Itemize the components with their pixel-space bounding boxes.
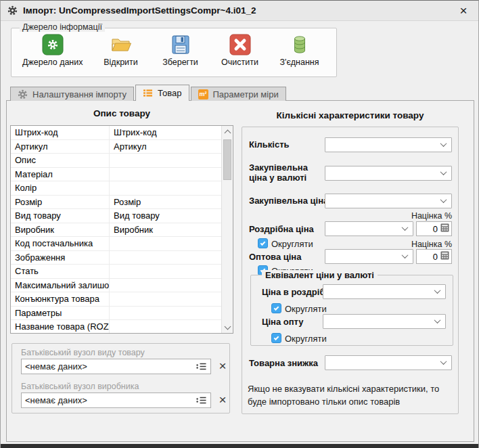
chevron-down-icon [440, 140, 447, 147]
field-name-cell: Название товара (ROZET [11, 320, 110, 333]
scroll-up-icon[interactable] [222, 126, 233, 137]
chevron-down-icon [440, 358, 447, 365]
retail-markup-field[interactable]: 0 [416, 221, 452, 236]
table-row[interactable]: ВиробникВиробник [11, 223, 221, 238]
retail-round-checkbox[interactable] [258, 238, 268, 248]
field-name-cell: Параметры [11, 307, 110, 320]
wholesale-price-combobox[interactable] [325, 249, 413, 264]
equiv-wholesale-label: Ціна опту [262, 317, 304, 327]
chevron-down-icon [434, 287, 441, 294]
field-name-cell: Колір [11, 181, 110, 195]
field-value-cell [110, 265, 221, 278]
tab-import-settings[interactable]: Налаштування імпорту [10, 87, 134, 101]
tab-label: Параметри міри [213, 89, 279, 99]
scrollbar-thumb[interactable] [223, 139, 231, 180]
open-folder-button[interactable]: Відкрити [99, 34, 143, 67]
currency-equivalent-title: Еквівалент ціни у валюті [262, 270, 378, 280]
toolbar-button-label: Очистити [221, 58, 258, 67]
clear-field-icon[interactable]: × [216, 393, 229, 408]
wholesale-markup-value: 0 [433, 252, 438, 262]
import-dialog-window: Імпорт: UnCompressedImportSettingsCompr~… [0, 0, 479, 448]
parent-nodes-groupbox: Батьківський вузол виду товару<немає дан… [12, 343, 230, 413]
parent-node-field[interactable]: <немає даних> [21, 393, 211, 408]
parent-node-label: Батьківський вузол виду товару [21, 348, 145, 357]
wholesale-markup-field[interactable]: 0 [416, 249, 452, 264]
table-row[interactable]: Код постачальника [11, 237, 221, 251]
scroll-down-icon[interactable] [222, 322, 233, 333]
table-row[interactable]: Параметры [11, 307, 221, 321]
table-row[interactable]: Колір [11, 181, 221, 196]
field-name-cell: Конъюнктура товара [11, 292, 110, 306]
data-source-icon [42, 34, 64, 55]
field-value-cell: Штрих-код [110, 126, 221, 139]
list-picker-icon[interactable] [196, 361, 207, 372]
table-row[interactable]: Конъюнктура товара [11, 292, 221, 307]
discount-combobox[interactable] [325, 355, 452, 370]
quantity-combobox[interactable] [325, 137, 452, 152]
product-fields-table[interactable]: Штрих-кодШтрих-кодАртикулАртикулОписМате… [10, 125, 233, 334]
quantity-label: Кількість [249, 139, 290, 150]
calculator-icon[interactable] [440, 251, 449, 262]
tab-label: Товар [158, 88, 181, 98]
equiv-retail-round-checkbox[interactable] [271, 303, 281, 313]
field-value-cell: Вид товару [110, 209, 221, 223]
connection-button[interactable]: З'єднання [278, 34, 321, 67]
table-row[interactable]: Опис [11, 154, 221, 168]
purchase-currency-combobox[interactable] [325, 166, 452, 181]
save-button[interactable]: Зберегти [159, 34, 202, 67]
parent-node-value: <немає даних> [25, 395, 87, 405]
field-value-cell: Артикул [110, 140, 221, 154]
connection-icon [289, 34, 311, 55]
equiv-retail-combobox[interactable] [323, 284, 446, 299]
field-value-cell [110, 307, 221, 320]
table-row[interactable]: Название товара (ROZET [11, 320, 221, 333]
field-name-cell: Штрих-код [11, 126, 110, 139]
equiv-wholesale-combobox[interactable] [323, 314, 446, 329]
retail-markup-value: 0 [433, 224, 438, 234]
field-value-cell [110, 292, 221, 306]
chevron-down-icon [440, 196, 447, 203]
tab-label: Налаштування імпорту [32, 89, 127, 99]
field-value-cell [110, 154, 221, 167]
parent-node-field[interactable]: <немає даних> [21, 359, 211, 374]
tab-product-list[interactable]: Товар [135, 85, 189, 101]
equiv-wholesale-round-checkbox[interactable] [271, 333, 281, 343]
close-icon[interactable]: × [455, 1, 472, 20]
table-row[interactable]: Штрих-кодШтрих-код [11, 126, 221, 140]
clear-field-icon[interactable]: × [216, 359, 229, 374]
retail-price-combobox[interactable] [325, 221, 413, 236]
equiv-retail-round-label: Округляти [285, 304, 327, 314]
parent-node-label: Батьківський вузол виробника [21, 382, 139, 391]
table-row[interactable]: Вид товаруВид товару [11, 209, 221, 223]
clear-icon [229, 34, 251, 55]
field-name-cell: Розмір [11, 196, 110, 209]
table-rows: Штрих-кодШтрих-кодАртикулАртикулОписМате… [11, 126, 221, 333]
table-row[interactable]: Максимальний залишок т [11, 279, 221, 293]
field-value-cell [110, 237, 221, 250]
vertical-scrollbar[interactable] [221, 126, 233, 333]
table-row[interactable]: Матеріал [11, 168, 221, 182]
field-name-cell: Опис [11, 154, 110, 167]
product-tab-panel: Опис товару Штрих-кодШтрих-кодАртикулАрт… [6, 100, 474, 442]
field-value-cell [110, 181, 221, 195]
toolbar-button-label: Відкрити [104, 58, 138, 67]
data-source-button[interactable]: Джерело даних [22, 34, 83, 67]
clear-button[interactable]: Очистити [219, 34, 262, 67]
equiv-wholesale-round-label: Округляти [285, 334, 327, 344]
tab-measure[interactable]: m²Параметри міри [191, 87, 286, 101]
window-title: Імпорт: UnCompressedImportSettingsCompr~… [23, 5, 256, 16]
table-row[interactable]: Стать [11, 265, 221, 279]
field-name-cell: Вид товару [11, 209, 110, 223]
chevron-down-icon [402, 252, 409, 259]
quantitative-box: Кількість Закупівельна ціна у валюті Зак… [242, 127, 459, 414]
table-row[interactable]: РозмірРозмір [11, 196, 221, 210]
purchase-price-label: Закупівельна ціна [249, 196, 328, 206]
retail-price-label: Роздрібна ціна [249, 224, 314, 234]
purchase-price-combobox[interactable] [325, 194, 452, 208]
list-picker-icon[interactable] [196, 395, 207, 405]
gear-icon [7, 5, 18, 16]
table-row[interactable]: Зображення [11, 251, 221, 265]
discount-label: Товарна знижка [249, 358, 318, 368]
table-row[interactable]: АртикулАртикул [11, 140, 221, 154]
calculator-icon[interactable] [440, 223, 449, 234]
